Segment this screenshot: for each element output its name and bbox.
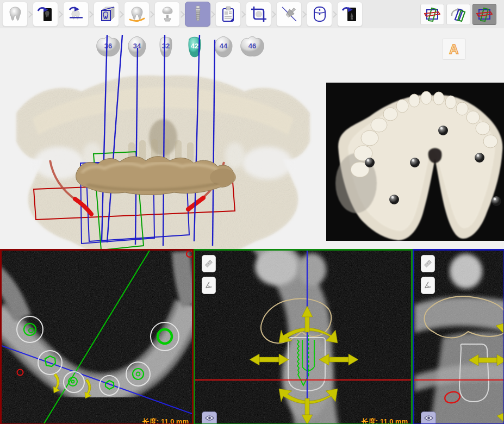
crown-abutment-button[interactable] (154, 2, 180, 27)
measure-angle-button[interactable] (202, 277, 216, 294)
view-toggle-bar (420, 4, 496, 25)
drill-button[interactable] (276, 2, 302, 27)
toolbar-separator (89, 2, 94, 26)
toolbar-separator (271, 2, 276, 26)
angle-icon (204, 280, 214, 290)
volume-box-icon (97, 5, 116, 23)
annotation-label: A (449, 42, 458, 57)
toolbar-separator (210, 2, 215, 26)
toolbar-separator (119, 2, 124, 26)
guide-case-button[interactable] (307, 2, 332, 27)
xray-view-button[interactable] (33, 2, 58, 27)
crop-icon (250, 5, 268, 23)
ruler-icon (423, 259, 433, 269)
implant-button[interactable] (185, 2, 210, 27)
ruler-icon (204, 259, 214, 269)
panoramic-curve-icon (128, 5, 146, 23)
drill-icon (280, 5, 298, 23)
tooth-3d-icon (7, 5, 24, 23)
toolbar-separator (302, 2, 307, 26)
implant-planning-app: A 36 34 32 42 (0, 0, 504, 424)
visibility-toggle-button[interactable] (421, 411, 436, 424)
toolbar-separator (58, 2, 63, 26)
guide-case-icon (310, 5, 329, 23)
three-planes-pressed-icon (476, 7, 493, 22)
axial-ct-panel[interactable]: 长度: 11.0 mm (0, 249, 194, 424)
prosthesis-arch (76, 157, 236, 195)
rotate-planes-button[interactable] (446, 4, 470, 25)
measure-angle-button[interactable] (421, 277, 435, 294)
toolbar-separator (241, 2, 246, 26)
3d-volume-view[interactable] (0, 26, 326, 249)
occlusal-plane-icon (67, 5, 85, 23)
visibility-toggle-button[interactable] (202, 411, 217, 424)
eye-icon (205, 415, 214, 421)
xray-view-icon (36, 5, 55, 23)
measure-length-button[interactable] (421, 255, 435, 272)
axial-ct-image (2, 251, 192, 423)
tangential-ct-panel[interactable] (413, 249, 504, 424)
measure-length-button[interactable] (202, 255, 216, 272)
eye-icon (424, 415, 433, 421)
toolbar-separator (28, 2, 33, 26)
three-planes-button[interactable] (420, 4, 444, 25)
three-planes-icon (424, 7, 440, 22)
toolbar-separator (150, 2, 154, 26)
panoramic-curve-button[interactable] (124, 2, 150, 27)
implant-length-label: 长度: 11.0 mm (142, 417, 189, 424)
implant-length-label: 长度: 11.0 mm (362, 417, 408, 424)
xray-export-button[interactable] (337, 2, 363, 27)
dental-model-photo (326, 83, 504, 241)
cross-section-ct-panel[interactable]: 长度: 11.0 mm (194, 249, 413, 424)
toolbar-separator (180, 2, 185, 26)
annotation-button[interactable]: A (442, 39, 466, 60)
angle-icon (423, 280, 433, 290)
three-planes-pressed-button[interactable] (472, 4, 496, 25)
tooth-3d-button[interactable] (2, 2, 28, 27)
cross-section-ct-image (195, 251, 411, 423)
implant-icon (189, 5, 207, 23)
report-button[interactable] (215, 2, 241, 27)
report-icon (219, 5, 238, 23)
volume-box-button[interactable] (94, 2, 119, 27)
occlusal-plane-button[interactable] (63, 2, 89, 27)
crop-button[interactable] (246, 2, 271, 27)
crown-abutment-icon (158, 5, 177, 23)
rotate-planes-icon (450, 7, 466, 22)
xray-export-icon (341, 5, 359, 23)
toolbar-separator (332, 2, 337, 26)
